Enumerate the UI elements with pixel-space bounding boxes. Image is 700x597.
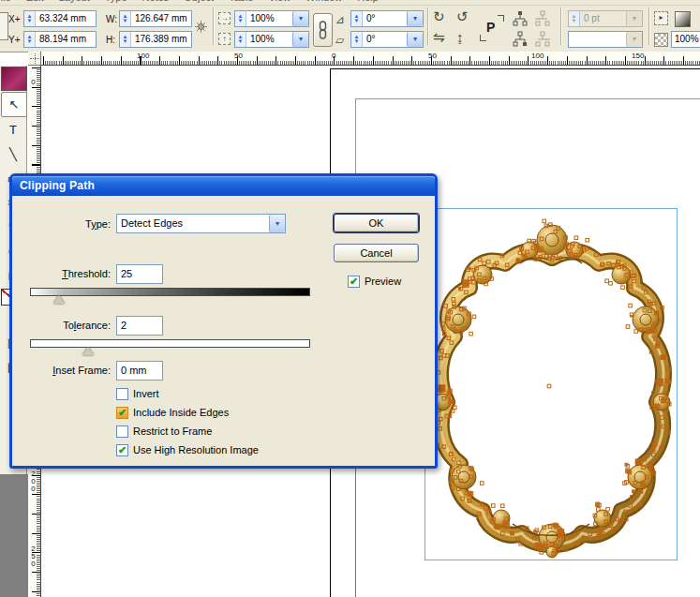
clip-anchor[interactable] [629,304,633,307]
menu-help[interactable]: Help [350,0,386,3]
clip-anchor[interactable] [574,236,578,240]
constrain-proportions-icon[interactable] [194,20,208,34]
select-previous-structure-button[interactable] [534,10,551,27]
h-spinner[interactable]: ▲▼ [120,32,131,47]
clip-anchor-blob [632,489,635,493]
line-tool[interactable]: ╲ [1,142,25,166]
menu-edit[interactable]: Edit [19,0,52,3]
shear-spinner[interactable]: ▲▼ [351,32,363,47]
menu-bar[interactable]: FileEditLayoutTypeNotesObjectTableViewWi… [0,0,700,6]
scale-x-spinner[interactable]: ▲▼ [235,11,246,26]
menu-view[interactable]: View [261,0,298,3]
tolerance-slider-thumb[interactable] [82,347,94,355]
rotation-spinner[interactable]: ▲▼ [351,11,363,26]
clip-anchor-blob [553,523,559,528]
scale-y-spinner[interactable]: ▲▼ [235,32,246,47]
y-position-field[interactable]: ▲▼88.194 mm [23,31,97,48]
menu-file[interactable]: File [0,0,19,3]
menu-window[interactable]: Window [298,0,350,3]
ruler-origin-box[interactable] [28,52,41,66]
threshold-slider-thumb[interactable] [53,295,65,304]
checkbox-label: Restrict to Frame [133,425,212,437]
horizontal-ruler[interactable]: 10050050100150 [41,52,700,66]
threshold-slider[interactable] [30,288,310,296]
x-position-field[interactable]: ▲▼63.324 mm [23,10,97,27]
type-tool[interactable]: T [1,118,25,142]
threshold-input[interactable]: 25 [116,264,163,284]
menu-table[interactable]: Table [221,0,261,3]
clip-anchor[interactable] [586,238,589,242]
rotate-cw-button[interactable]: ↻ [433,9,445,24]
select-child-structure-button[interactable] [512,31,529,48]
checkbox[interactable]: ✔ [116,444,128,456]
clip-anchor[interactable] [491,504,495,508]
menu-notes[interactable]: Notes [135,0,177,3]
checkbox-row-include-inside-edges[interactable]: ✔Include Inside Edges [116,405,229,420]
select-parent-structure-button[interactable] [512,10,529,27]
clip-anchor-blob [624,463,628,467]
checkbox[interactable] [116,388,128,400]
column-guide[interactable] [355,469,356,597]
clip-anchor[interactable] [605,279,609,283]
rotate-ccw-button[interactable]: ↺ [456,9,469,24]
w-spinner[interactable]: ▲▼ [120,11,131,26]
feather-icon[interactable] [675,11,691,27]
shear-angle-icon: ▱ [335,33,344,48]
vruler-label: 200 [28,470,38,493]
dialog-title-bar[interactable]: Clipping Path [12,176,435,196]
type-dropdown[interactable]: Detect Edges▾ [116,214,286,233]
scale-y-field[interactable]: ▲▼100%▾ [234,31,309,48]
clip-anchor[interactable] [609,281,613,285]
checkbox[interactable] [116,425,128,438]
checkbox[interactable]: ✔ [116,407,128,419]
inset-frame-input[interactable]: 0 mm [116,361,163,381]
menu-type[interactable]: Type [97,0,135,3]
preview-checkbox[interactable]: ✔ [348,276,360,288]
checkbox-row-invert[interactable]: Invert [116,386,159,401]
chevron-down-icon[interactable]: ▾ [292,11,308,26]
chevron-down-icon[interactable]: ▾ [407,11,423,26]
checkbox-row-restrict-to-frame[interactable]: Restrict to Frame [116,424,212,439]
clip-anchor-blob [595,502,600,507]
clip-anchor[interactable] [500,504,504,508]
flip-vertical-button[interactable]: ↨ [456,30,464,45]
cancel-button[interactable]: Cancel [334,244,419,262]
scale-x-field[interactable]: ▲▼100%▾ [234,10,309,27]
preview-checkbox-row[interactable]: ✔ Preview [348,274,401,289]
clip-anchor[interactable] [547,384,551,388]
clip-anchor[interactable] [472,315,476,319]
reference-point-proxy[interactable] [0,12,8,40]
flip-horizontal-button[interactable]: ⇋ [433,30,445,45]
gold-frame-image[interactable] [426,209,678,560]
menu-layout[interactable]: Layout [52,0,97,3]
shear-field[interactable]: ▲▼0°▾ [350,31,424,48]
clip-anchor[interactable] [543,219,546,223]
chevron-down-icon[interactable]: ▾ [407,32,423,47]
select-container-button[interactable]: P [480,13,504,43]
checkbox-row-use-high-resolution-image[interactable]: ✔Use High Resolution Image [116,442,259,457]
ok-button[interactable]: OK [334,214,419,232]
clip-anchor[interactable] [469,332,473,336]
height-field[interactable]: ▲▼176.389 mm [119,31,192,48]
tolerance-slider[interactable] [30,339,310,348]
x-spinner[interactable]: ▲▼ [24,11,36,26]
rotation-field[interactable]: ▲▼0°▾ [350,10,424,27]
transparency-icon[interactable] [654,33,668,47]
chevron-down-icon[interactable]: ▾ [292,32,308,47]
select-next-structure-button[interactable] [534,31,551,48]
y-spinner[interactable]: ▲▼ [24,32,36,47]
margin-guide-top[interactable] [355,98,700,99]
opacity-field[interactable]: 100% [671,31,700,48]
selection-tool[interactable]: ↖ [1,92,27,117]
stroke-type-field[interactable]: ▾ [568,31,643,48]
tolerance-input[interactable]: 2 [116,316,163,336]
chevron-down-icon[interactable]: ▾ [269,215,285,232]
link-scale-button[interactable] [313,13,333,47]
clip-anchor[interactable] [621,286,625,290]
clip-anchor[interactable] [480,482,484,485]
width-field[interactable]: ▲▼126.647 mm [119,10,192,27]
clip-anchor[interactable] [626,325,630,329]
drop-shadow-icon[interactable]: ▸ [654,11,668,25]
menu-object[interactable]: Object [176,0,221,3]
chevron-down-icon[interactable]: ▾ [626,32,642,47]
